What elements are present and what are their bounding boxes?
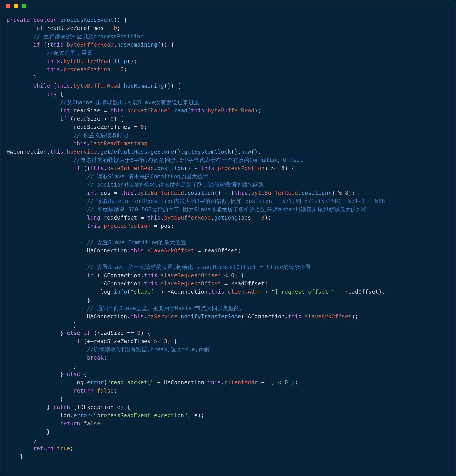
code-token: ); (255, 107, 261, 114)
code-token: this (201, 165, 214, 171)
code-token: ()) { (164, 83, 181, 89)
code-token: processPostion (104, 223, 151, 229)
code-token: this (50, 148, 63, 155)
code-token (7, 99, 60, 106)
code-token: hasRemaining (117, 42, 157, 48)
code-token: notifyTransferSome (181, 313, 241, 320)
code-token: (); (127, 58, 137, 64)
code-token: readSizeZeroTimes = (43, 25, 114, 31)
code-token (7, 140, 73, 147)
code-token: HAConnection. (7, 247, 130, 254)
code-token: (). (174, 148, 184, 155)
code-token: ; (70, 445, 73, 451)
code-token: this (57, 83, 70, 89)
minimize-icon[interactable] (14, 4, 18, 8)
code-token: . (248, 190, 251, 196)
code-token: byteBufferRead (107, 165, 154, 171)
code-token: = readOffset; (221, 280, 268, 287)
code-token: . (221, 379, 224, 386)
code-content[interactable]: private boolean processReadEvent() { int… (0, 12, 456, 467)
code-token: HAConnection. (7, 148, 50, 155)
code-token: { (80, 371, 87, 377)
code-token: int (60, 107, 70, 114)
code-token: HAConnection. (7, 280, 144, 287)
code-token: while (33, 83, 50, 89)
code-token: this (130, 247, 144, 254)
code-token: (++readSizeZeroTimes >= (80, 338, 164, 344)
code-token: + (258, 379, 268, 386)
code-token: byteBufferRead (73, 83, 120, 89)
code-token: this (47, 58, 60, 64)
code-token: this (87, 223, 100, 229)
code-token: this (144, 280, 157, 287)
zoom-icon[interactable] (22, 4, 26, 8)
code-token: 8 (261, 214, 265, 221)
code-token: . (100, 223, 103, 229)
code-token: } (7, 330, 67, 336)
code-token: ( (104, 379, 107, 386)
code-token: // 读取ByteBuffer中position内最大的8字节的倍数,比如 po… (87, 198, 385, 204)
code-token: return (73, 387, 94, 394)
code-token: // 通知目前Slave进度。主要用于Master节点为同步类型的。 (87, 305, 245, 312)
code-token: . (144, 313, 147, 320)
code-token: ; (117, 25, 120, 31)
code-token (80, 420, 84, 427)
code-token: this (90, 165, 103, 171)
code-token: // 设置Slave CommitLog的最大位置 (87, 239, 186, 246)
code-token: . (298, 190, 301, 196)
code-token: "] < 0" (268, 379, 291, 386)
code-token: ( (90, 412, 94, 418)
code-token: getLong (214, 214, 238, 221)
code-token: } (7, 74, 36, 81)
code-token: if (73, 338, 80, 344)
code-token: . (134, 190, 137, 196)
code-token: byteBufferRead (251, 190, 298, 196)
code-token: (IOException e) { (70, 404, 130, 410)
code-token: 0 (137, 330, 140, 336)
code-token: } (7, 404, 53, 410)
code-token: ; (124, 66, 127, 73)
code-token: ) { (284, 165, 295, 171)
code-token: . (157, 272, 161, 279)
code-token: //传递过来的数据大于8字节,有效的同步,8个字节代表着有一个有效的Commit… (73, 157, 303, 163)
code-token (53, 445, 57, 451)
code-token: "read socket[" (107, 379, 154, 386)
code-token: . (120, 83, 124, 89)
code-token: processReadEvent (60, 17, 114, 23)
code-token: . (124, 107, 127, 114)
code-token: + HAConnection. (154, 379, 207, 386)
code-token (7, 239, 87, 246)
code-token (7, 91, 47, 97)
code-token: < (221, 272, 231, 279)
code-token: error (87, 379, 103, 386)
code-token: 0 (231, 272, 234, 279)
code-token: getSystemClock (184, 148, 231, 155)
close-icon[interactable] (6, 4, 10, 8)
code-token: ); (352, 313, 358, 320)
code-token (7, 173, 87, 180)
code-token: } (7, 453, 23, 460)
code-token: //从Channel里读取数据,可能Slave没有发送过来进度 (60, 99, 199, 106)
code-token: = (111, 66, 120, 73)
code-token: ) >= (265, 165, 281, 171)
code-token: now (241, 148, 251, 155)
code-token: this (207, 379, 221, 386)
code-token: haService (67, 148, 97, 155)
code-token: = (147, 140, 154, 147)
code-token: . (63, 148, 67, 155)
code-token: read (174, 107, 188, 114)
code-token: false (84, 420, 100, 427)
code-token: log. (7, 289, 114, 295)
code-token: 0 (111, 116, 114, 122)
code-token: . (157, 280, 161, 287)
code-token: if (84, 330, 90, 336)
code-token: socketChannel (127, 107, 171, 114)
code-token: //超过范围，重置 (47, 50, 92, 56)
code-token (7, 305, 87, 312)
code-token (80, 330, 84, 336)
code-token: hasRemaining (124, 83, 164, 89)
code-token: } (7, 363, 77, 369)
code-token: processPostion (63, 66, 111, 73)
code-token: } (7, 297, 90, 303)
code-token: (readSize > (67, 116, 111, 122)
